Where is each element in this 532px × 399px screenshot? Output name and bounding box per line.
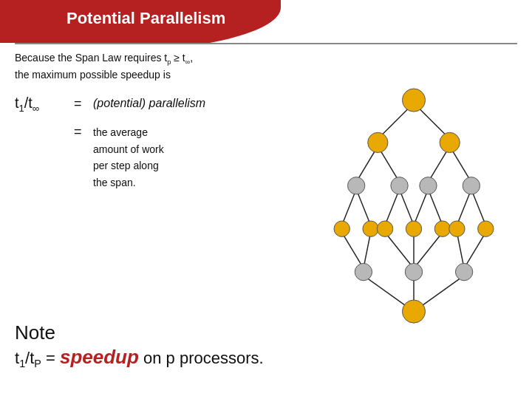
formula-eq-2: = [74,121,86,140]
page-title: Potential Parallelism [66,9,225,28]
svg-line-16 [385,233,414,269]
svg-line-8 [385,189,399,225]
svg-line-12 [457,189,471,225]
svg-point-37 [478,221,494,236]
rhs-line3: per step along [93,160,159,171]
svg-line-6 [342,189,356,225]
svg-point-38 [355,263,372,280]
svg-point-25 [368,132,388,152]
svg-point-32 [363,221,378,236]
svg-line-14 [342,233,364,269]
formula-rhs-italic: (potential) parallelism [93,93,205,110]
intro-text: Because the Span Law requires tp ≥ t∞, t… [15,50,517,83]
svg-line-7 [356,189,370,225]
svg-point-34 [406,221,421,236]
svg-point-40 [455,263,472,280]
main-content: Because the Span Law requires tp ≥ t∞, t… [15,50,517,392]
svg-point-26 [440,132,460,152]
svg-point-29 [420,177,437,194]
svg-line-9 [400,189,414,225]
formula-lhs: t1/t∞ [15,93,66,114]
divider [15,43,517,44]
svg-line-15 [364,233,371,269]
svg-point-33 [377,221,392,236]
svg-line-10 [414,189,428,225]
svg-point-28 [391,177,408,194]
rhs-line2: amount of work [93,143,164,155]
note-section: Note t1/tP = speedup on p processors. [15,321,264,369]
svg-line-13 [471,189,485,225]
svg-line-20 [464,233,485,269]
svg-point-31 [334,221,349,236]
note-label: Note [15,321,264,344]
svg-line-18 [414,233,443,269]
svg-point-36 [449,221,465,236]
header-bar: Potential Parallelism [0,0,532,43]
formula-rhs-text: the average amount of work per step alon… [93,121,164,191]
speedup-word: speedup [60,346,139,368]
svg-point-35 [434,221,450,236]
formula-eq-1: = [74,93,86,112]
svg-point-24 [402,89,425,112]
svg-point-27 [347,177,364,194]
rhs-line4: the span. [93,177,136,188]
svg-point-41 [402,300,425,323]
svg-line-11 [428,189,442,225]
intro-line2: the maximum possible speedup is [15,69,171,81]
svg-line-19 [457,233,464,269]
rhs-line1: the average [93,126,148,138]
tree-diagram [318,87,510,353]
svg-point-39 [405,263,422,280]
svg-point-30 [463,177,480,194]
intro-line1: Because the Span Law requires tp ≥ t∞, [15,52,193,64]
note-formula: t1/tP = speedup on p processors. [15,346,264,369]
